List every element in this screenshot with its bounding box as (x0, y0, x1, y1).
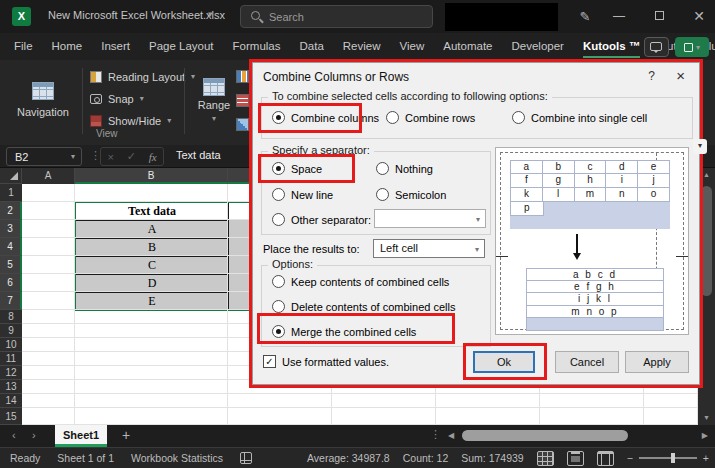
status-average[interactable]: Average: 34987.8 (307, 452, 390, 464)
radio-delete-contents[interactable]: Delete contents of combined cells (272, 300, 455, 313)
radio-combine-single-cell[interactable]: Combine into single cell (512, 111, 647, 124)
place-results-value: Left cell (380, 242, 418, 254)
combine-columns-icon[interactable] (236, 70, 249, 83)
navigation-button[interactable]: Navigation (14, 68, 72, 132)
excel-logo-icon[interactable]: X (12, 7, 31, 26)
show-hide-button[interactable]: Show/Hide ▾ (90, 112, 195, 129)
menu-tab-data[interactable]: Data (300, 35, 324, 58)
insert-function-icon[interactable]: fx (149, 151, 157, 163)
row-header-15[interactable]: 15 (0, 408, 22, 425)
collapse-ribbon-button[interactable]: ▾ (693, 139, 707, 154)
cancel-entry-icon[interactable]: × (107, 151, 113, 163)
radio-nothing[interactable]: Nothing (376, 162, 433, 175)
radio-keep-contents[interactable]: Keep contents of combined cells (272, 275, 449, 288)
scroll-right-icon[interactable]: ▶ (702, 431, 708, 440)
radio-combine-columns[interactable]: Combine columns (272, 111, 379, 124)
row-header-13[interactable]: 13 (0, 380, 22, 394)
row-header-3[interactable]: 3 (0, 220, 22, 238)
row-header-2[interactable]: 2 (0, 202, 22, 220)
sheet-tab-sheet1[interactable]: Sheet1 (55, 425, 107, 447)
column-header-b[interactable]: B (75, 168, 228, 184)
range-button[interactable]: Range ▾ (190, 68, 238, 132)
other-separator-combobox[interactable]: ▾ (374, 209, 486, 228)
confirm-entry-icon[interactable]: ✓ (127, 150, 136, 163)
radio-new-line[interactable]: New line (272, 188, 333, 201)
page-layout-view-icon[interactable] (567, 451, 584, 466)
combine-rows-icon[interactable] (236, 94, 249, 107)
place-results-select[interactable]: Left cell ▾ (373, 239, 485, 258)
draw-pen-icon[interactable]: ✎ (572, 5, 598, 28)
row-header-7[interactable]: 7 (0, 292, 22, 310)
row-header-4[interactable]: 4 (0, 238, 22, 256)
vertical-scrollbar[interactable]: ▲ ▼ (698, 168, 715, 425)
radio-other-separator[interactable]: Other separator: (272, 213, 371, 226)
row-header-10[interactable]: 10 (0, 338, 22, 352)
zoom-in-button[interactable]: + (703, 452, 709, 464)
share-button[interactable]: ▾ (675, 37, 709, 57)
page-break-view-icon[interactable] (597, 451, 614, 466)
dialog-help-button[interactable]: ? (648, 69, 655, 83)
menu-tab-insert[interactable]: Insert (101, 35, 130, 58)
maximize-button[interactable] (642, 0, 676, 33)
comments-button[interactable] (644, 37, 669, 57)
menu-tab-page-layout[interactable]: Page Layout (149, 35, 214, 58)
select-all-corner[interactable] (0, 168, 22, 184)
ok-button[interactable]: Ok (473, 351, 535, 373)
menu-tab-developer[interactable]: Developer (511, 35, 563, 58)
cancel-button[interactable]: Cancel (555, 351, 619, 373)
menu-tab-file[interactable]: File (14, 35, 33, 58)
radio-combine-rows[interactable]: Combine rows (386, 111, 475, 124)
workbook-statistics-button[interactable]: Workbook Statistics (131, 452, 223, 464)
use-formatted-values-checkbox[interactable]: ✓ Use formatted values. (263, 355, 389, 368)
zoom-slider[interactable] (639, 457, 697, 459)
apply-button[interactable]: Apply (625, 351, 689, 373)
name-box[interactable]: B2 ▾ (6, 147, 82, 166)
status-sum[interactable]: Sum: 174939 (461, 452, 523, 464)
dialog-close-button[interactable]: × (676, 67, 685, 84)
menu-tab-formulas[interactable]: Formulas (233, 35, 281, 58)
search-input[interactable]: Search (240, 5, 433, 28)
menu-tab-automate[interactable]: Automate (443, 35, 492, 58)
add-sheet-button[interactable]: + (122, 427, 130, 443)
zoom-slider-thumb[interactable] (671, 453, 675, 463)
snap-button[interactable]: Snap ▾ (90, 90, 195, 107)
scroll-left-icon[interactable]: ◀ (448, 431, 454, 440)
row-header-1[interactable]: 1 (0, 184, 22, 202)
accessibility-check-icon[interactable] (240, 452, 252, 464)
minimize-button[interactable]: — (602, 0, 636, 33)
column-header-a[interactable]: A (22, 168, 75, 184)
vertical-scroll-thumb[interactable] (701, 186, 712, 296)
checkbox-checked-icon: ✓ (263, 355, 276, 368)
gridline (227, 184, 228, 425)
row-header-14[interactable]: 14 (0, 394, 22, 408)
normal-view-icon[interactable] (537, 451, 554, 466)
tabbar-options-icon[interactable]: ⋮ (430, 428, 441, 441)
formula-input[interactable]: Text data (176, 149, 221, 161)
next-sheet-icon[interactable]: › (32, 429, 36, 441)
row-header-11[interactable]: 11 (0, 352, 22, 366)
zoom-out-button[interactable]: − (627, 452, 633, 464)
menu-tab-kutools[interactable]: Kutools ™ (583, 35, 641, 58)
reading-layout-button[interactable]: Reading Layout ▾ (90, 68, 195, 85)
menu-tab-view[interactable]: View (400, 35, 425, 58)
document-title[interactable]: New Microsoft Excel Worksheet.xlsx (48, 9, 225, 21)
radio-merge-cells[interactable]: Merge the combined cells (272, 325, 416, 338)
close-button[interactable]: ✕ (682, 0, 715, 33)
row-header-6[interactable]: 6 (0, 274, 22, 292)
row-header-12[interactable]: 12 (0, 366, 22, 380)
status-count[interactable]: Count: 12 (403, 452, 449, 464)
scroll-up-icon[interactable]: ▲ (698, 168, 715, 182)
scroll-down-icon[interactable]: ▼ (698, 411, 715, 425)
title-chevron-down-icon[interactable]: ▾ (208, 9, 213, 19)
horizontal-scroll-thumb[interactable] (462, 430, 628, 441)
row-header-8[interactable]: 8 (0, 310, 22, 324)
row-header-9[interactable]: 9 (0, 324, 22, 338)
radio-semicolon[interactable]: Semicolon (376, 188, 446, 201)
horizontal-scrollbar[interactable]: ◀ ▶ (448, 429, 708, 443)
prev-sheet-icon[interactable]: ‹ (12, 429, 16, 441)
merge-cells-icon[interactable] (236, 118, 249, 131)
row-header-5[interactable]: 5 (0, 256, 22, 274)
menu-tab-home[interactable]: Home (52, 35, 83, 58)
radio-space[interactable]: Space (272, 162, 322, 175)
menu-tab-review[interactable]: Review (343, 35, 381, 58)
